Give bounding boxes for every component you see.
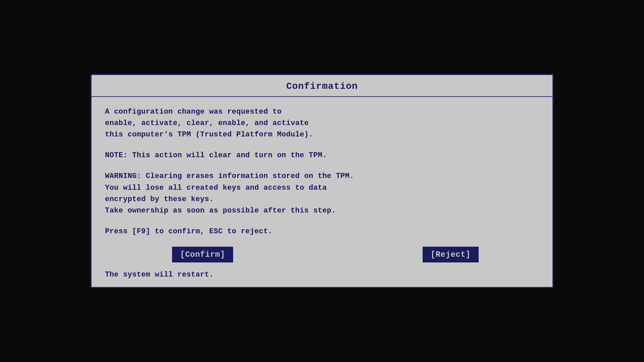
confirm-button[interactable]: [Confirm] (172, 247, 233, 262)
note-block: NOTE: This action will clear and turn on… (105, 150, 539, 161)
reject-button[interactable]: [Reject] (423, 247, 479, 262)
warning-block: WARNING: Clearing erases information sto… (105, 171, 539, 216)
warning-line-3: encrypted by these keys. (105, 194, 539, 205)
dialog-title: Confirmation (286, 81, 358, 92)
press-line: Press [F9] to confirm, ESC to reject. (105, 226, 539, 237)
intro-line-2: enable, activate, clear, enable, and act… (105, 118, 539, 129)
restart-line: The system will restart. (105, 270, 539, 279)
intro-line-1: A configuration change was requested to (105, 106, 539, 118)
warning-line-1: WARNING: Clearing erases information sto… (105, 171, 539, 182)
confirmation-dialog: Confirmation A configuration change was … (91, 74, 553, 288)
warning-line-2: You will lose all created keys and acces… (105, 182, 539, 194)
dialog-title-bar: Confirmation (92, 75, 552, 97)
intro-block: A configuration change was requested to … (105, 106, 539, 140)
note-line: NOTE: This action will clear and turn on… (105, 150, 539, 161)
press-block: Press [F9] to confirm, ESC to reject. (105, 226, 539, 237)
warning-line-4: Take ownership as soon as possible after… (105, 205, 539, 217)
dialog-body: A configuration change was requested to … (92, 97, 552, 287)
button-row: [Confirm] [Reject] (105, 247, 539, 262)
intro-line-3: this computer's TPM (Trusted Platform Mo… (105, 129, 539, 140)
